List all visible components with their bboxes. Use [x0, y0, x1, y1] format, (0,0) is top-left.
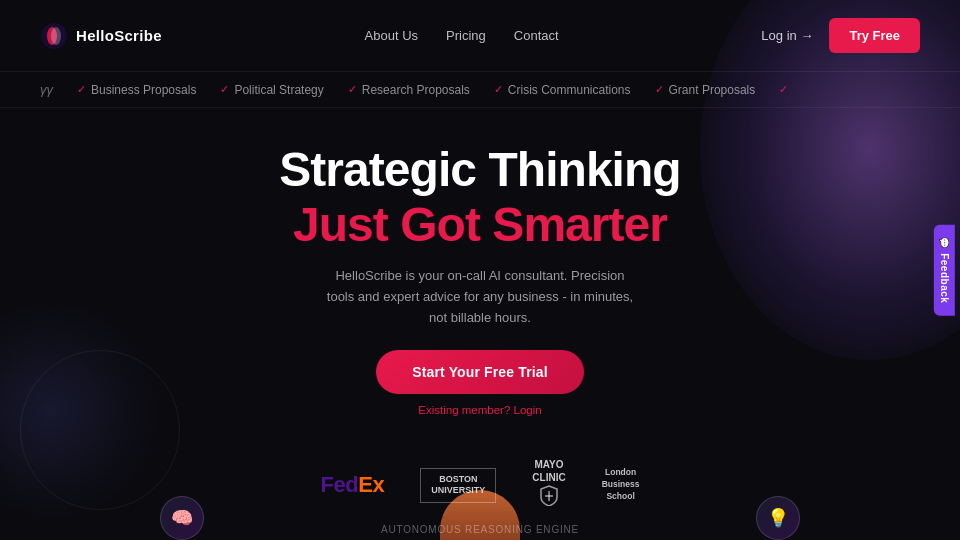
bottom-icon-left: 🧠 [160, 496, 204, 540]
ticker-inner: γγ ✓ Business Proposals ✓ Political Stra… [40, 82, 920, 97]
ticker-item-2: ✓ Political Strategy [220, 83, 323, 97]
svg-point-2 [51, 27, 61, 45]
hero-subtitle: HelloScribe is your on-call AI consultan… [320, 266, 640, 328]
check-icon-4: ✓ [494, 83, 503, 96]
nav-about[interactable]: About Us [365, 28, 418, 43]
hero-title-line1: Strategic Thinking [279, 144, 680, 197]
ticker-item-5: ✓ Grant Proposals [655, 83, 756, 97]
check-icon-3: ✓ [348, 83, 357, 96]
navbar: HelloScribe About Us Pricing Contact Log… [0, 0, 960, 72]
check-icon-5: ✓ [655, 83, 664, 96]
existing-member-text: Existing member? Login [418, 404, 541, 416]
ticker-item-4: ✓ Crisis Communications [494, 83, 631, 97]
ticker-bar: γγ ✓ Business Proposals ✓ Political Stra… [0, 72, 960, 108]
login-link[interactable]: Login [514, 404, 542, 416]
check-icon-2: ✓ [220, 83, 229, 96]
logo-icon [40, 22, 68, 50]
nav-links: About Us Pricing Contact [365, 28, 559, 43]
bottom-icon-right: 💡 [756, 496, 800, 540]
check-icon-6: ✓ [779, 83, 788, 96]
nav-pricing[interactable]: Pricing [446, 28, 486, 43]
bottom-icons: 🧠 💡 [0, 496, 960, 540]
logo-fedex: FedEx [321, 472, 385, 498]
hero-title-line2: Just Got Smarter [293, 197, 667, 252]
hero-section: Strategic Thinking Just Got Smarter Hell… [0, 108, 960, 436]
nav-actions: Log in → Try Free [761, 18, 920, 53]
ticker-item-6: ✓ [779, 83, 788, 96]
nav-contact[interactable]: Contact [514, 28, 559, 43]
cta-button[interactable]: Start Your Free Trial [376, 350, 583, 394]
ticker-prefix: γγ [40, 82, 53, 97]
logo-area[interactable]: HelloScribe [40, 22, 162, 50]
ticker-item-1: ✓ Business Proposals [77, 83, 196, 97]
try-free-button[interactable]: Try Free [829, 18, 920, 53]
ticker-item-3: ✓ Research Proposals [348, 83, 470, 97]
feedback-tab[interactable]: 💬 Feedback [934, 225, 955, 316]
logo-text: HelloScribe [76, 27, 162, 44]
check-icon-1: ✓ [77, 83, 86, 96]
login-button[interactable]: Log in → [761, 28, 813, 43]
